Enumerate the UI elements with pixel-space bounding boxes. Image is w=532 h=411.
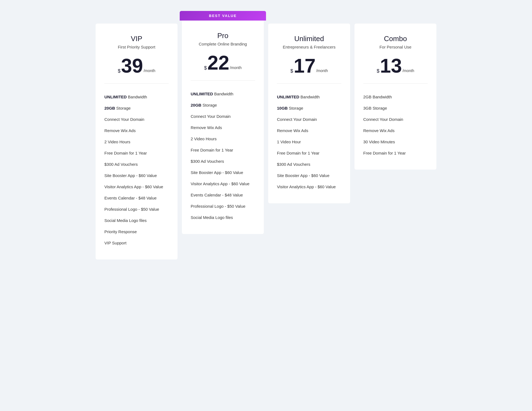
plan-name: Combo (363, 35, 428, 43)
feature-item: 10GB Storage (277, 102, 341, 114)
price-divider (191, 80, 255, 81)
price-row: $17/month (277, 56, 341, 76)
feature-item: Events Calendar - $48 Value (104, 192, 169, 204)
feature-item: 20GB Storage (104, 102, 169, 114)
feature-item: Events Calendar - $48 Value (191, 189, 255, 201)
plan-tagline: First Priority Support (104, 45, 169, 49)
pricing-container: VIPFirst Priority Support$39/monthUNLIMI… (93, 11, 439, 259)
feature-item: 2GB Bandwidth (363, 91, 428, 102)
price-dollar-sign: $ (118, 68, 121, 73)
plan-tagline: For Personal Use (363, 45, 428, 49)
plan-wrapper-vip: VIPFirst Priority Support$39/monthUNLIMI… (93, 11, 180, 259)
price-amount: 39 (121, 56, 143, 76)
feature-item: Connect Your Domain (191, 111, 255, 122)
feature-item: Professional Logo - $50 Value (191, 201, 255, 212)
feature-item: $300 Ad Vouchers (104, 159, 169, 170)
feature-item: Visitor Analytics App - $60 Value (191, 178, 255, 189)
plan-card-pro: ProComplete Online Branding$22/monthUNLI… (182, 21, 264, 234)
price-row: $13/month (363, 56, 428, 76)
feature-item: Visitor Analytics App - $60 Value (277, 181, 341, 192)
feature-item: Free Domain for 1 Year (191, 144, 255, 156)
plan-name: Pro (191, 32, 255, 40)
feature-item: 3GB Storage (363, 102, 428, 114)
price-dollar-sign: $ (290, 68, 293, 73)
plan-wrapper-pro: BEST VALUEProComplete Online Branding$22… (180, 11, 266, 234)
features-list: UNLIMITED Bandwidth20GB StorageConnect Y… (191, 88, 255, 223)
features-list: 2GB Bandwidth3GB StorageConnect Your Dom… (363, 91, 428, 159)
plan-card-unlimited: UnlimitedEntrepreneurs & Freelancers$17/… (268, 24, 350, 203)
feature-item: 2 Video Hours (104, 136, 169, 147)
features-list: UNLIMITED Bandwidth20GB StorageConnect Y… (104, 91, 169, 249)
price-row: $22/month (191, 53, 255, 73)
plan-name: Unlimited (277, 35, 341, 43)
feature-item: 1 Video Hour (277, 136, 341, 147)
price-period: /month (230, 65, 242, 70)
price-amount: 17 (294, 56, 316, 76)
feature-item: Free Domain for 1 Year (104, 147, 169, 159)
feature-item: Connect Your Domain (104, 114, 169, 125)
plan-tagline: Complete Online Branding (191, 42, 255, 46)
price-divider (277, 83, 341, 84)
feature-item: 20GB Storage (191, 99, 255, 111)
feature-item: Free Domain for 1 Year (363, 147, 428, 159)
price-divider (363, 83, 428, 84)
plan-card-vip: VIPFirst Priority Support$39/monthUNLIMI… (96, 24, 178, 259)
feature-item: Site Booster App - $60 Value (191, 167, 255, 178)
feature-item: 2 Video Hours (191, 133, 255, 144)
feature-item: Remove Wix Ads (104, 125, 169, 136)
feature-item: VIP Support (104, 237, 169, 249)
price-dollar-sign: $ (204, 65, 207, 70)
plan-wrapper-combo: ComboFor Personal Use$13/month2GB Bandwi… (352, 11, 439, 170)
plan-wrapper-unlimited: UnlimitedEntrepreneurs & Freelancers$17/… (266, 11, 352, 203)
price-dollar-sign: $ (377, 68, 379, 73)
feature-item: Free Domain for 1 Year (277, 147, 341, 159)
plan-tagline: Entrepreneurs & Freelancers (277, 45, 341, 49)
feature-item: UNLIMITED Bandwidth (191, 88, 255, 99)
feature-item: Remove Wix Ads (277, 125, 341, 136)
price-amount: 22 (207, 53, 229, 73)
price-amount: 13 (380, 56, 402, 76)
feature-item: $300 Ad Vouchers (277, 159, 341, 170)
feature-item: 30 Video Minutes (363, 136, 428, 147)
features-list: UNLIMITED Bandwidth10GB StorageConnect Y… (277, 91, 341, 192)
price-row: $39/month (104, 56, 169, 76)
feature-item: UNLIMITED Bandwidth (277, 91, 341, 102)
feature-item: Remove Wix Ads (363, 125, 428, 136)
feature-item: Professional Logo - $50 Value (104, 204, 169, 215)
feature-item: UNLIMITED Bandwidth (104, 91, 169, 102)
feature-item: Social Media Logo files (104, 215, 169, 226)
best-value-badge: BEST VALUE (180, 11, 266, 21)
price-period: /month (316, 68, 328, 73)
plan-card-combo: ComboFor Personal Use$13/month2GB Bandwi… (354, 24, 436, 170)
feature-item: Site Booster App - $60 Value (104, 170, 169, 181)
feature-item: Connect Your Domain (363, 114, 428, 125)
feature-item: Connect Your Domain (277, 114, 341, 125)
feature-item: Social Media Logo files (191, 212, 255, 223)
plan-name: VIP (104, 35, 169, 43)
feature-item: Priority Response (104, 226, 169, 237)
price-period: /month (144, 68, 155, 73)
price-period: /month (402, 68, 414, 73)
feature-item: Visitor Analytics App - $60 Value (104, 181, 169, 192)
feature-item: Site Booster App - $60 Value (277, 170, 341, 181)
price-divider (104, 83, 169, 84)
feature-item: $300 Ad Vouchers (191, 156, 255, 167)
feature-item: Remove Wix Ads (191, 122, 255, 133)
